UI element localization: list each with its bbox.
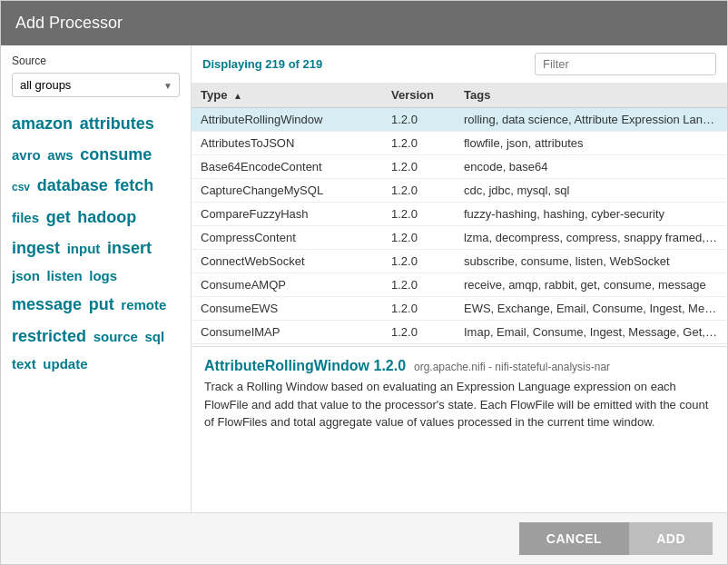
cell-tags: EWS, Exchange, Email, Consume, Ingest, M… <box>455 297 727 321</box>
cell-tags: subscribe, consume, listen, WebSocket <box>455 250 727 273</box>
source-select-wrapper: all groups <box>12 73 180 97</box>
tag-logs[interactable]: logs <box>89 268 117 283</box>
cell-version: 1.2.0 <box>382 132 455 155</box>
tag-hadoop[interactable]: hadoop <box>77 208 136 226</box>
sidebar: Source all groups amazon attributes avro… <box>1 45 192 512</box>
table-row[interactable]: CompressContent 1.2.0 lzma, decompress, … <box>192 226 727 250</box>
tag-get[interactable]: get <box>46 208 71 226</box>
tag-attributes[interactable]: attributes <box>80 114 154 133</box>
col-version[interactable]: Version <box>382 83 455 108</box>
cell-version: 1.2.0 <box>382 321 455 344</box>
detail-description: Track a Rolling Window based on evaluati… <box>204 378 714 431</box>
cell-tags: Imap, Email, Consume, Ingest, Message, G… <box>455 321 727 344</box>
cell-type: ConsumeIMAP <box>192 321 382 344</box>
tag-sql[interactable]: sql <box>145 329 165 344</box>
tag-amazon[interactable]: amazon <box>12 114 73 133</box>
sort-arrow-type: ▲ <box>233 91 242 101</box>
table-row[interactable]: AttributeRollingWindow 1.2.0 rolling, da… <box>192 108 727 132</box>
cell-version: 1.2.0 <box>382 179 455 203</box>
cell-type: CompareFuzzyHash <box>192 203 382 226</box>
tag-consume[interactable]: consume <box>80 145 152 164</box>
tag-message[interactable]: message <box>12 295 82 313</box>
displaying-text: Displaying 219 of 219 <box>202 57 322 71</box>
tag-input[interactable]: input <box>67 241 101 256</box>
cell-tags: fuzzy-hashing, hashing, cyber-security <box>455 203 727 226</box>
cell-version: 1.2.0 <box>382 250 455 273</box>
table-row[interactable]: CaptureChangeMySQL 1.2.0 cdc, jdbc, mysq… <box>192 179 727 203</box>
cell-type: ConsumeAMQP <box>192 273 382 297</box>
tag-aws[interactable]: aws <box>47 147 73 163</box>
dialog-title: Add Processor <box>15 14 123 32</box>
filter-input[interactable] <box>535 53 716 75</box>
cell-tags: lzma, decompress, compress, snappy frame… <box>455 226 727 250</box>
tag-text[interactable]: text <box>12 356 36 372</box>
cell-version: 1.2.0 <box>382 273 455 297</box>
cell-tags: rolling, data science, Attribute Express… <box>455 108 727 132</box>
cell-version: 1.2.0 <box>382 297 455 321</box>
table-row[interactable]: AttributesToJSON 1.2.0 flowfile, json, a… <box>192 132 727 155</box>
tag-database[interactable]: database <box>37 176 108 194</box>
col-tags[interactable]: Tags <box>455 83 727 108</box>
tag-remote[interactable]: remote <box>121 297 166 312</box>
tag-avro[interactable]: avro <box>12 147 41 163</box>
add-processor-dialog: Add Processor Source all groups amazon a… <box>0 0 728 565</box>
tag-fetch[interactable]: fetch <box>114 176 153 194</box>
cell-type: Base64EncodeContent <box>192 155 382 179</box>
tags-cloud: amazon attributes avro aws consume csv d… <box>12 108 180 377</box>
table-row[interactable]: Base64EncodeContent 1.2.0 encode, base64 <box>192 155 727 179</box>
detail-section: AttributeRollingWindow 1.2.0 org.apache.… <box>192 346 727 442</box>
cell-version: 1.2.0 <box>382 203 455 226</box>
table-row[interactable]: ConsumeEWS 1.2.0 EWS, Exchange, Email, C… <box>192 297 727 321</box>
table-row[interactable]: ConnectWebSocket 1.2.0 subscribe, consum… <box>192 250 727 273</box>
cancel-button[interactable]: CANCEL <box>519 522 629 555</box>
tag-ingest[interactable]: ingest <box>12 239 60 257</box>
cell-type: CompressContent <box>192 226 382 250</box>
cell-version: 1.2.0 <box>382 108 455 132</box>
table-row[interactable]: ConsumeIMAP 1.2.0 Imap, Email, Consume, … <box>192 321 727 344</box>
table-header-row: Type ▲ Version Tags <box>192 83 727 108</box>
table-row[interactable]: CompareFuzzyHash 1.2.0 fuzzy-hashing, ha… <box>192 203 727 226</box>
detail-title: AttributeRollingWindow 1.2.0 org.apache.… <box>204 358 714 374</box>
tag-json[interactable]: json <box>12 268 40 283</box>
main-content: Displaying 219 of 219 Type ▲ Version Tag… <box>192 45 727 512</box>
cell-version: 1.2.0 <box>382 226 455 250</box>
tag-update[interactable]: update <box>43 356 87 372</box>
cell-tags: receive, amqp, rabbit, get, consume, mes… <box>455 273 727 297</box>
dialog-body: Source all groups amazon attributes avro… <box>1 45 727 512</box>
cell-version: 1.2.0 <box>382 155 455 179</box>
add-button[interactable]: ADD <box>629 522 713 555</box>
source-select[interactable]: all groups <box>12 73 180 97</box>
table-row[interactable]: ConsumeAMQP 1.2.0 receive, amqp, rabbit,… <box>192 273 727 297</box>
tag-csv[interactable]: csv <box>12 181 30 193</box>
source-label: Source <box>12 55 180 67</box>
cell-type: ConnectWebSocket <box>192 250 382 273</box>
cell-tags: cdc, jdbc, mysql, sql <box>455 179 727 203</box>
cell-tags: encode, base64 <box>455 155 727 179</box>
cell-type: CaptureChangeMySQL <box>192 179 382 203</box>
tag-put[interactable]: put <box>89 295 114 313</box>
processor-table: Type ▲ Version Tags AttributeRollingWind… <box>192 83 727 346</box>
tag-restricted[interactable]: restricted <box>12 327 86 345</box>
tag-listen[interactable]: listen <box>46 268 82 283</box>
dialog-header: Add Processor <box>1 1 727 45</box>
dialog-footer: CANCEL ADD <box>1 512 727 564</box>
table-container: Type ▲ Version Tags AttributeRollingWind… <box>192 83 727 346</box>
col-type[interactable]: Type ▲ <box>192 83 382 108</box>
table-header-bar: Displaying 219 of 219 <box>192 45 727 83</box>
cell-type: ConsumeEWS <box>192 297 382 321</box>
cell-type: AttributesToJSON <box>192 132 382 155</box>
cell-type: AttributeRollingWindow <box>192 108 382 132</box>
tag-source[interactable]: source <box>93 329 138 344</box>
tag-files[interactable]: files <box>12 210 39 225</box>
tag-insert[interactable]: insert <box>107 239 152 257</box>
cell-tags: flowfile, json, attributes <box>455 132 727 155</box>
